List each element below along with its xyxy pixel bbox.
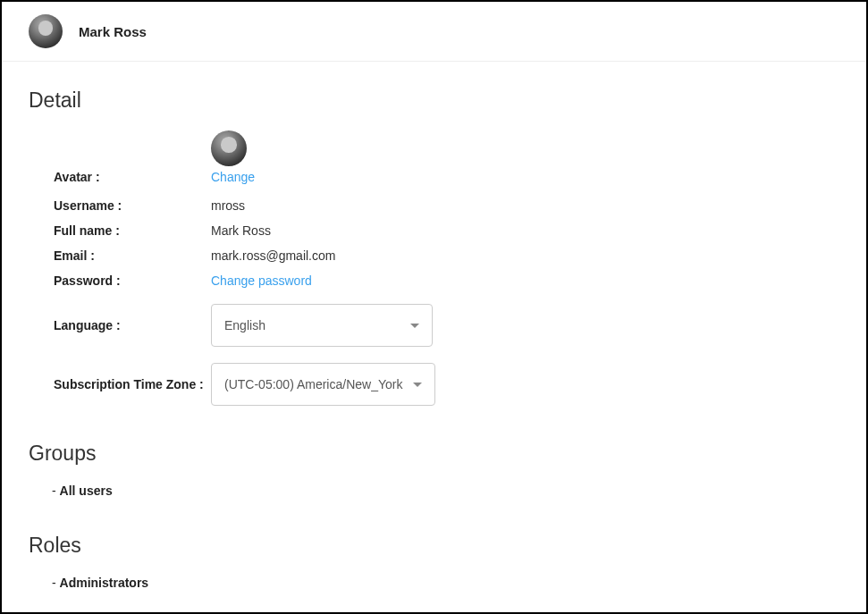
label-username: Username : (54, 198, 211, 213)
roles-section: Roles Administrators (29, 534, 839, 590)
change-password-link[interactable]: Change password (211, 273, 312, 288)
timezone-select[interactable]: (UTC-05:00) America/New_York (211, 363, 435, 406)
value-email: mark.ross@gmail.com (211, 248, 335, 263)
row-email: Email : mark.ross@gmail.com (54, 248, 839, 263)
value-username: mross (211, 198, 245, 213)
change-avatar-link[interactable]: Change (211, 170, 255, 184)
group-item: All users (29, 484, 839, 498)
groups-section: Groups All users (29, 442, 839, 498)
avatar-icon (29, 14, 63, 48)
timezone-selected-value: (UTC-05:00) America/New_York (224, 377, 402, 391)
row-username: Username : mross (54, 198, 839, 213)
label-timezone: Subscription Time Zone : (54, 377, 211, 391)
value-fullname: Mark Ross (211, 223, 271, 238)
row-avatar: Avatar : Change (54, 130, 839, 184)
user-header: Mark Ross (2, 2, 866, 62)
language-select[interactable]: English (211, 304, 433, 347)
label-avatar: Avatar : (54, 170, 211, 184)
label-language: Language : (54, 318, 211, 332)
header-user-name: Mark Ross (79, 24, 147, 39)
label-fullname: Full name : (54, 223, 211, 238)
role-item: Administrators (29, 576, 839, 590)
row-timezone: Subscription Time Zone : (UTC-05:00) Ame… (54, 363, 839, 406)
row-language: Language : English (54, 304, 839, 347)
detail-heading: Detail (29, 88, 839, 113)
row-fullname: Full name : Mark Ross (54, 223, 839, 238)
avatar-image (211, 130, 247, 166)
label-password: Password : (54, 273, 211, 288)
language-selected-value: English (224, 318, 265, 332)
label-email: Email : (54, 248, 211, 263)
row-password: Password : Change password (54, 273, 839, 288)
groups-heading: Groups (29, 442, 839, 466)
roles-heading: Roles (29, 534, 839, 558)
detail-body: Avatar : Change Username : mross Full na… (29, 130, 839, 406)
caret-down-icon (410, 324, 419, 328)
caret-down-icon (413, 383, 422, 387)
